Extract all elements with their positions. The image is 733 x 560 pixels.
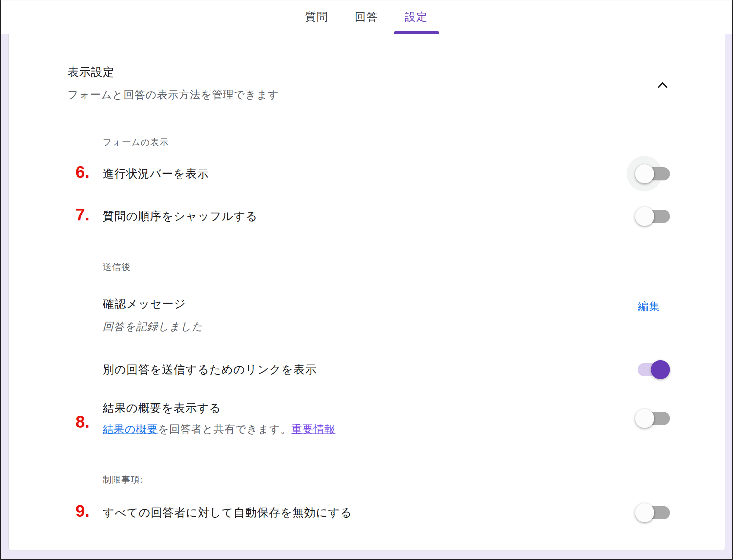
form-tab-bar: 質問 回答 設定 (1, 0, 732, 34)
confirmation-message-value: 回答を記録しました (103, 319, 203, 333)
setting-title-shuffle-questions: 質問の順序をシャッフルする (103, 209, 258, 224)
setting-row-resubmit-link: 別の回答を送信するためのリンクを表示 (103, 360, 670, 380)
active-tab-indicator (394, 31, 439, 34)
toggle-results-summary[interactable] (635, 409, 670, 428)
tab-responses-label: 回答 (355, 10, 378, 25)
toggle-disable-autosave[interactable] (635, 503, 670, 523)
setting-title-progress-bar: 進行状況バーを表示 (103, 166, 209, 181)
toggle-thumb (651, 360, 670, 379)
setting-row-progress-bar: 6. 進行状況バーを表示 (103, 164, 670, 184)
annotation-7: 7. (76, 206, 89, 223)
presentation-settings-card: 表示設定 フォームと回答の表示方法を管理できます フォームの表示 6. 進行状況… (8, 34, 725, 551)
tab-questions[interactable]: 質問 (294, 0, 339, 34)
setting-title-resubmit-link: 別の回答を送信するためのリンクを表示 (103, 362, 317, 377)
toggle-thumb (635, 207, 654, 226)
panel-title: 表示設定 (67, 65, 670, 80)
toggle-progress-bar[interactable] (635, 164, 670, 184)
section-label-form-presentation: フォームの表示 (103, 137, 670, 148)
toggle-thumb (635, 503, 654, 522)
tab-settings[interactable]: 設定 (394, 0, 439, 34)
panel-subtitle: フォームと回答の表示方法を管理できます (67, 88, 670, 102)
setting-row-disable-autosave: 9. すべての回答者に対して自動保存を無効にする (103, 503, 670, 523)
annotation-9: 9. (76, 502, 89, 519)
important-info-link[interactable]: 重要情報 (292, 423, 336, 435)
chevron-up-icon (655, 77, 671, 94)
results-summary-description-text: を回答者と共有できます。 (158, 423, 292, 435)
tab-settings-label: 設定 (405, 10, 428, 25)
section-label-after-submission: 送信後 (103, 261, 670, 272)
tab-responses[interactable]: 回答 (344, 0, 389, 34)
setting-title-disable-autosave: すべての回答者に対して自動保存を無効にする (103, 505, 352, 520)
google-forms-settings-screen: 質問 回答 設定 表示設定 フォームと回答の表示方法を管理できます フォームの表… (0, 0, 733, 560)
results-summary-description: 結果の概要を回答者と共有できます。重要情報 (103, 422, 336, 436)
toggle-shuffle-questions[interactable] (635, 206, 670, 226)
section-label-restrictions: 制限事項: (103, 474, 670, 485)
toggle-thumb (635, 164, 654, 183)
toggle-resubmit-link[interactable] (635, 360, 670, 380)
results-summary-link[interactable]: 結果の概要 (103, 423, 158, 435)
annotation-8: 8. (76, 413, 89, 430)
annotation-6: 6. (76, 164, 89, 180)
settings-page: 表示設定 フォームと回答の表示方法を管理できます フォームの表示 6. 進行状況… (1, 34, 732, 559)
setting-row-results-summary: 8. 結果の概要を表示する 結果の概要を回答者と共有できます。重要情報 (103, 401, 670, 436)
collapse-section-button[interactable] (652, 75, 673, 96)
confirmation-message-row: 確認メッセージ 回答を記録しました 編集 (103, 297, 670, 333)
setting-title-results-summary: 結果の概要を表示する (103, 401, 336, 416)
toggle-thumb (635, 409, 654, 428)
tab-questions-label: 質問 (305, 10, 329, 25)
setting-row-shuffle-questions: 7. 質問の順序をシャッフルする (103, 206, 670, 226)
edit-confirmation-link[interactable]: 編集 (638, 299, 660, 314)
confirmation-message-title: 確認メッセージ (103, 297, 203, 311)
